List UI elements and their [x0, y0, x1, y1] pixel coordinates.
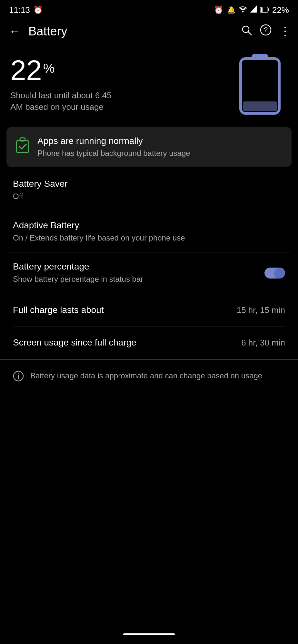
battery-graphic-icon	[237, 52, 283, 117]
apps-running-card[interactable]: Apps are running normally Phone has typi…	[6, 127, 292, 167]
battery-saver-item[interactable]: Battery Saver Off	[8, 170, 290, 211]
apps-running-title: Apps are running normally	[37, 136, 190, 146]
status-left: 11:13 ⏰	[9, 5, 43, 15]
info-icon	[13, 371, 24, 384]
screen-usage-label: Screen usage since full charge	[13, 337, 235, 348]
info-note-text: Battery usage data is approximate and ca…	[30, 370, 262, 382]
battery-saver-subtitle: Off	[13, 191, 285, 202]
adaptive-battery-title: Adaptive Battery	[13, 220, 285, 231]
screen-usage-stat: Screen usage since full charge 6 hr, 30 …	[13, 327, 285, 359]
battery-percent-number: 22	[10, 56, 42, 84]
app-bar: ← Battery ? ⋮	[0, 18, 298, 44]
alarm-icon: ⏰	[33, 5, 43, 14]
settings-list: Battery Saver Off Adaptive Battery On / …	[0, 170, 298, 294]
adaptive-battery-item[interactable]: Adaptive Battery On / Extends battery li…	[8, 211, 290, 253]
battery-overview: 22 % Should last until about 6:45 AM bas…	[0, 44, 298, 127]
battery-percentage-row: Battery percentage Show battery percenta…	[13, 261, 285, 285]
battery-percentage-display: 22 %	[10, 56, 237, 84]
battery-status-icon	[260, 5, 269, 14]
battery-percentage-toggle[interactable]	[264, 268, 285, 279]
battery-check-icon	[15, 137, 30, 154]
svg-line-6	[248, 32, 252, 35]
status-right: ⏰ 🔔╱ 22%	[214, 5, 289, 15]
full-charge-stat: Full charge lasts about 15 hr, 15 min	[13, 294, 285, 327]
toggle-knob	[275, 268, 284, 278]
svg-rect-12	[16, 140, 29, 153]
svg-rect-4	[261, 7, 263, 12]
svg-text:?: ?	[264, 26, 268, 34]
svg-rect-10	[252, 54, 268, 60]
battery-percentage-text: Battery percentage Show battery percenta…	[13, 261, 143, 285]
battery-percentage-title: Battery percentage	[13, 261, 143, 272]
back-button[interactable]: ←	[8, 23, 22, 39]
wifi-icon	[239, 5, 247, 14]
battery-percentage-item[interactable]: Battery percentage Show battery percenta…	[8, 252, 290, 294]
battery-info-left: 22 % Should last until about 6:45 AM bas…	[10, 56, 237, 113]
svg-rect-3	[268, 8, 269, 11]
full-charge-value: 15 hr, 15 min	[237, 305, 285, 315]
svg-point-16	[18, 373, 19, 374]
mute-icon: 🔔╱	[227, 6, 235, 14]
page-title: Battery	[28, 24, 234, 38]
apps-running-icon	[15, 137, 30, 157]
battery-stats-section: Full charge lasts about 15 hr, 15 min Sc…	[0, 294, 298, 359]
signal-icon	[250, 5, 257, 14]
status-bar: 11:13 ⏰ ⏰ 🔔╱	[0, 0, 298, 18]
battery-icon-area	[237, 52, 288, 117]
info-note: Battery usage data is approximate and ca…	[0, 359, 298, 394]
help-button[interactable]: ?	[260, 24, 272, 38]
apps-running-subtitle: Phone has typical background battery usa…	[37, 148, 190, 158]
screen-usage-value: 6 hr, 30 min	[241, 338, 285, 348]
more-options-button[interactable]: ⋮	[279, 24, 290, 38]
svg-point-0	[242, 11, 243, 13]
search-button[interactable]	[241, 24, 252, 38]
battery-saver-title: Battery Saver	[13, 179, 285, 189]
svg-rect-11	[243, 101, 277, 111]
nav-bar	[0, 625, 298, 644]
adaptive-battery-subtitle: On / Extends battery life based on your …	[13, 232, 285, 243]
svg-marker-1	[250, 5, 257, 13]
battery-percentage-subtitle: Show battery percentage in status bar	[13, 274, 143, 285]
alarm-status-icon: ⏰	[214, 5, 224, 14]
percent-symbol: %	[43, 62, 55, 75]
full-charge-label: Full charge lasts about	[13, 304, 230, 316]
time-display: 11:13	[9, 5, 30, 15]
battery-percent-status: 22%	[272, 5, 289, 15]
app-bar-actions: ? ⋮	[241, 24, 290, 38]
battery-time-estimate: Should last until about 6:45 AM based on…	[10, 90, 114, 113]
apps-running-text-block: Apps are running normally Phone has typi…	[37, 136, 190, 158]
nav-home-indicator[interactable]	[123, 633, 175, 635]
svg-rect-13	[20, 138, 25, 141]
